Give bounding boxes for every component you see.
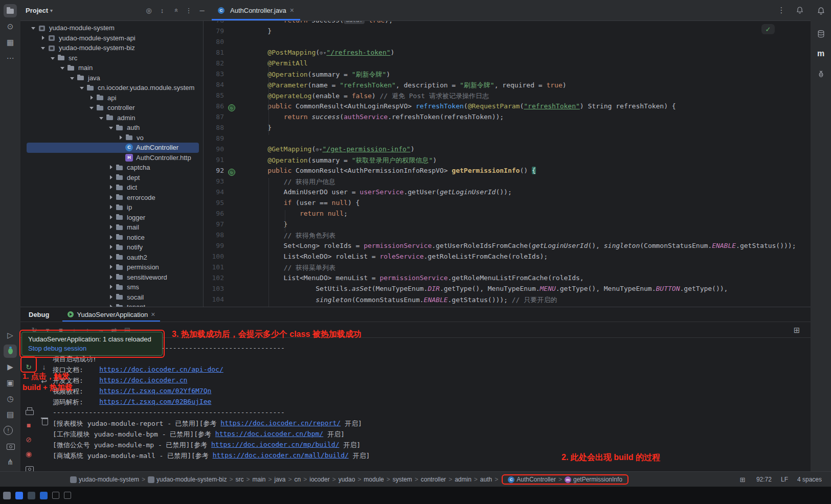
console-output[interactable]: ----------------------------------------… <box>53 344 811 462</box>
hide-icon[interactable]: ─ <box>196 4 208 16</box>
taskbar-item[interactable] <box>64 492 71 499</box>
chevron-right-icon[interactable] <box>107 174 115 181</box>
tree-item[interactable]: api <box>27 93 199 103</box>
chevron-down-icon[interactable] <box>78 84 86 91</box>
console-link[interactable]: https://t.zsxq.com/02B6ujIee <box>99 398 211 408</box>
chevron-right-icon[interactable] <box>107 234 115 241</box>
breadcrumb-item[interactable]: yudao <box>339 476 355 483</box>
console-link[interactable]: https://doc.iocoder.cn/mall/build/ <box>213 451 349 462</box>
taskbar-item[interactable] <box>28 492 35 499</box>
chevron-down-icon[interactable] <box>39 44 47 52</box>
chevron-right-icon[interactable] <box>107 214 115 221</box>
tree-item[interactable]: auth <box>27 123 199 133</box>
breakpoint-icon[interactable]: ◉ <box>23 448 35 460</box>
stop-icon[interactable]: ■ <box>23 419 35 431</box>
chevron-right-icon[interactable] <box>107 164 115 171</box>
indent-setting[interactable]: 4 spaces <box>797 476 822 483</box>
tree-item[interactable]: captcha <box>27 163 199 173</box>
tree-item[interactable]: dept <box>27 173 199 183</box>
breadcrumb-item[interactable]: admin <box>455 476 471 483</box>
trash-icon[interactable] <box>38 414 50 426</box>
project-icon[interactable] <box>4 4 17 17</box>
api-gutter-icon[interactable] <box>228 104 235 111</box>
collapse-icon[interactable]: » <box>169 4 182 16</box>
breadcrumb-item[interactable]: java <box>275 476 286 483</box>
tree-item[interactable]: vo <box>27 133 199 143</box>
breadcrumb-item[interactable]: module <box>364 476 384 483</box>
bell-icon[interactable] <box>814 4 827 17</box>
structure-icon[interactable]: ▦ <box>4 36 17 49</box>
debug-title[interactable]: Debug <box>29 311 49 318</box>
tree-item[interactable]: errorcode <box>27 193 199 203</box>
breadcrumb-item[interactable]: yudao-module-system-biz <box>148 476 227 483</box>
breadcrumb-item[interactable]: cn <box>295 476 301 483</box>
tab-close-icon[interactable]: × <box>290 6 294 14</box>
breadcrumb-item[interactable]: yudao-module-system <box>70 476 139 483</box>
chevron-right-icon[interactable] <box>107 243 115 251</box>
problems-icon[interactable]: ! <box>4 426 13 435</box>
chevron-right-icon[interactable] <box>107 283 115 291</box>
printer-icon[interactable] <box>23 405 35 417</box>
tab-authcontroller-java[interactable]: AuthController.java × <box>212 0 300 20</box>
tree-item[interactable]: java <box>27 73 199 83</box>
breadcrumb-item[interactable]: AuthController <box>508 476 556 483</box>
chevron-right-icon[interactable] <box>88 94 96 102</box>
chevron-down-icon[interactable]: ▾ <box>50 8 53 13</box>
layout-icon[interactable]: ⊞ <box>790 324 803 337</box>
services-icon[interactable]: ▣ <box>4 376 17 390</box>
chevron-right-icon[interactable] <box>107 303 115 307</box>
maven-icon[interactable]: m <box>814 47 827 60</box>
expand-icon[interactable]: ↕ <box>156 4 168 16</box>
console-link[interactable]: https://doc.iocoder.cn/mp/build/ <box>211 441 339 451</box>
tree-item[interactable]: tenant <box>27 302 199 307</box>
breadcrumb-item[interactable]: src <box>235 476 243 483</box>
breadcrumb-item[interactable]: auth <box>480 476 492 483</box>
screenshot-icon[interactable] <box>23 462 35 472</box>
tree-item[interactable]: controller <box>27 103 199 113</box>
grid-icon[interactable]: ⊞ <box>738 475 747 484</box>
tree-item[interactable]: dict <box>27 182 199 193</box>
tree-item[interactable]: src <box>27 53 199 63</box>
breadcrumb-item[interactable]: main <box>253 476 266 483</box>
console-link[interactable]: https://doc.iocoder.cn/bpm/ <box>215 430 323 441</box>
console-link[interactable]: https://doc.iocoder.cn/report/ <box>220 419 341 430</box>
chevron-down-icon[interactable] <box>98 114 105 122</box>
debug-icon[interactable] <box>4 345 17 358</box>
breadcrumb-item[interactable]: controller <box>421 476 446 483</box>
chevron-down-icon[interactable] <box>69 74 76 82</box>
console-link[interactable]: https://doc.iocoder.cn <box>99 376 187 387</box>
breadcrumb-item[interactable]: iocoder <box>309 476 329 483</box>
chevron-down-icon[interactable] <box>107 124 115 131</box>
dependencies-bee-icon[interactable] <box>814 67 827 80</box>
taskbar-item[interactable] <box>3 492 11 499</box>
target-icon[interactable]: ◎ <box>143 4 155 16</box>
commit-icon[interactable]: ⊙ <box>4 20 17 33</box>
breadcrumb-item[interactable]: getPermissionInfo <box>565 476 622 483</box>
line-ending[interactable]: LF <box>781 476 788 483</box>
tree-item[interactable]: yudao-module-system-api <box>27 33 199 43</box>
terminal-icon[interactable]: ▤ <box>4 408 17 421</box>
project-panel-title[interactable]: Project <box>26 7 48 14</box>
taskbar-item[interactable] <box>40 492 48 499</box>
chevron-down-icon[interactable] <box>59 64 66 72</box>
taskbar-item[interactable] <box>52 492 59 499</box>
tree-item[interactable]: mail <box>27 222 199 233</box>
play-icon[interactable]: ▶ <box>4 360 17 374</box>
chevron-right-icon[interactable] <box>107 223 115 231</box>
kebab-icon[interactable]: ⋮ <box>183 4 195 16</box>
chevron-right-icon[interactable] <box>107 184 115 191</box>
chevron-right-icon[interactable] <box>39 34 47 42</box>
tree-item[interactable]: notice <box>27 233 199 243</box>
tree-item[interactable]: cn.iocoder.yudao.module.system <box>27 83 199 93</box>
screenshot-icon[interactable] <box>4 440 17 453</box>
chevron-right-icon[interactable] <box>107 203 115 211</box>
stop-debug-session-link[interactable]: Stop debug session <box>28 345 156 352</box>
tree-item[interactable]: admin <box>27 113 199 123</box>
run-icon[interactable]: ▷ <box>4 329 17 342</box>
chevron-right-icon[interactable] <box>107 254 115 261</box>
chevron-right-icon[interactable] <box>117 134 125 142</box>
taskbar-item[interactable] <box>15 492 23 499</box>
api-gutter-icon[interactable] <box>228 169 235 176</box>
tree-item[interactable]: logger <box>27 213 199 223</box>
inspection-ok-widget[interactable]: ✓ <box>761 24 775 34</box>
